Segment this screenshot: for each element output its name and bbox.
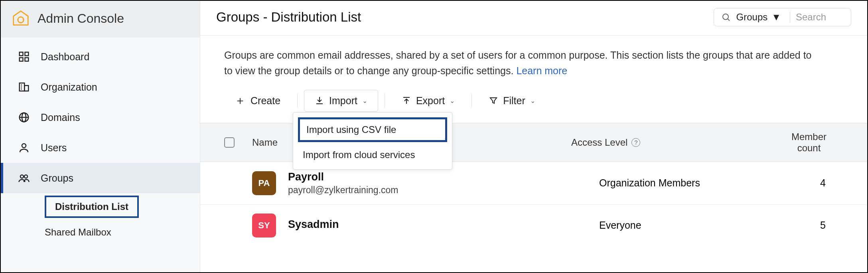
chevron-down-icon: ⌄ [530, 97, 535, 105]
import-csv-option[interactable]: Import using CSV file [298, 117, 447, 142]
group-avatar: SY [252, 214, 276, 237]
main-area: Groups - Distribution List Groups ▼ Grou… [200, 1, 867, 272]
divider [471, 94, 472, 107]
sidebar-item-label: Groups [41, 172, 73, 184]
svg-point-13 [22, 144, 26, 148]
subnav-shared-mailbox[interactable]: Shared Mailbox [45, 221, 200, 243]
sidebar-item-label: Domains [41, 112, 80, 123]
svg-point-0 [18, 17, 24, 23]
filter-button[interactable]: Filter ⌄ [478, 90, 546, 111]
chevron-down-icon: ⌄ [450, 97, 455, 105]
caret-down-icon: ▼ [771, 12, 781, 23]
import-button[interactable]: Import ⌄ [304, 90, 378, 112]
sidebar-item-users[interactable]: Users [1, 133, 200, 163]
sidebar: Admin Console Dashboard [1, 1, 200, 272]
divider [297, 94, 298, 107]
user-icon [17, 140, 31, 155]
learn-more-link[interactable]: Learn more [516, 65, 567, 76]
toolbar: ＋ Create Import ⌄ [200, 79, 867, 123]
sidebar-item-organization[interactable]: Organization [1, 72, 200, 102]
svg-rect-2 [25, 52, 29, 56]
search-icon [721, 12, 731, 22]
group-email: payroll@zylkertraining.com [288, 185, 398, 196]
sidebar-item-domains[interactable]: Domains [1, 102, 200, 133]
svg-point-15 [24, 175, 28, 178]
svg-point-16 [723, 14, 728, 20]
select-all-checkbox[interactable] [224, 137, 235, 148]
svg-rect-6 [24, 85, 28, 91]
import-cloud-option[interactable]: Import from cloud services [293, 143, 452, 167]
svg-rect-3 [20, 58, 23, 61]
svg-point-14 [20, 175, 24, 178]
sidebar-item-label: Organization [41, 81, 97, 93]
sidebar-item-label: Dashboard [41, 51, 89, 63]
app-title: Admin Console [37, 11, 124, 26]
page-title: Groups - Distribution List [216, 10, 361, 25]
groups-icon [17, 171, 31, 185]
group-name: Payroll [288, 171, 398, 183]
create-button[interactable]: ＋ Create [224, 90, 291, 111]
svg-rect-4 [25, 58, 29, 61]
search-input[interactable] [796, 12, 844, 23]
dashboard-icon [17, 49, 31, 64]
svg-line-17 [728, 19, 730, 21]
search-scope-label: Groups [736, 12, 768, 23]
col-member-count: Member count [779, 131, 867, 154]
export-icon [402, 96, 411, 105]
subnav-distribution-list[interactable]: Distribution List [45, 196, 139, 218]
app-logo-icon [12, 10, 30, 27]
export-button[interactable]: Export ⌄ [391, 90, 465, 111]
divider [385, 94, 385, 107]
col-access: Access Level ? [571, 137, 779, 148]
chevron-down-icon: ⌄ [362, 97, 367, 105]
svg-rect-1 [20, 52, 23, 56]
group-count: 5 [807, 220, 867, 231]
import-dropdown: Import using CSV file Import from cloud … [293, 112, 452, 170]
plus-icon: ＋ [235, 95, 246, 106]
sidebar-item-dashboard[interactable]: Dashboard [1, 42, 200, 72]
search-scope-dropdown[interactable]: Groups ▼ [736, 12, 790, 23]
search-box: Groups ▼ [714, 8, 851, 26]
sidebar-subnav-groups: Distribution List Shared Mailbox [1, 193, 200, 243]
organization-icon [17, 80, 31, 94]
help-icon[interactable]: ? [631, 138, 640, 147]
table-row[interactable]: SY Sysadmin Everyone 5 [200, 205, 867, 246]
topbar: Groups - Distribution List Groups ▼ [200, 1, 867, 36]
filter-icon [489, 96, 498, 105]
sidebar-nav: Dashboard Organization [1, 38, 200, 243]
group-avatar: PA [252, 171, 276, 195]
globe-icon [17, 110, 31, 125]
sidebar-item-label: Users [41, 142, 67, 154]
import-icon [315, 96, 324, 105]
page-description: Groups are common email addresses, share… [200, 36, 867, 79]
sidebar-header: Admin Console [1, 1, 200, 38]
sidebar-item-groups[interactable]: Groups [1, 163, 200, 193]
group-name: Sysadmin [288, 218, 339, 231]
group-count: 4 [807, 177, 867, 189]
group-access: Organization Members [599, 177, 807, 189]
group-access: Everyone [599, 220, 807, 231]
